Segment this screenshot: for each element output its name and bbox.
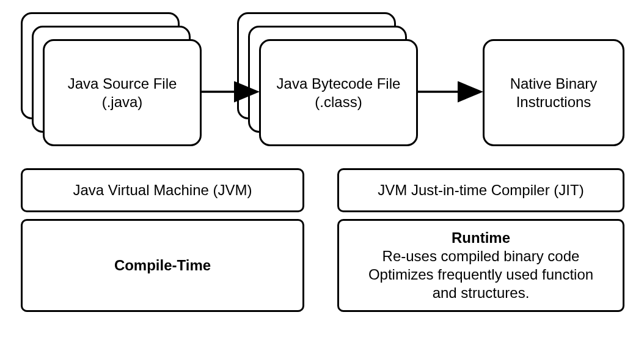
diagram-canvas: Java Source File (.java) Java Bytecode F… xyxy=(0,0,644,345)
bytecode-file-node: Java Bytecode File (.class) xyxy=(259,39,418,146)
native-binary-node: Native Binary Instructions xyxy=(483,39,624,146)
bytecode-file-line1: Java Bytecode File xyxy=(277,75,401,93)
runtime-title: Runtime xyxy=(452,229,510,247)
runtime-line4: and structures. xyxy=(433,284,530,302)
runtime-box: Runtime Re-uses compiled binary code Opt… xyxy=(337,219,624,312)
source-file-line2: (.java) xyxy=(102,93,143,111)
bytecode-file-line2: (.class) xyxy=(315,93,362,111)
compile-time-box: Compile-Time xyxy=(21,219,304,312)
runtime-line2: Re-uses compiled binary code xyxy=(382,247,580,265)
native-binary-line1: Native Binary xyxy=(510,75,598,93)
source-file-node: Java Source File (.java) xyxy=(43,39,202,146)
runtime-line3: Optimizes frequently used function xyxy=(368,265,593,284)
jvm-box: Java Virtual Machine (JVM) xyxy=(21,168,304,212)
source-file-line1: Java Source File xyxy=(68,75,177,93)
jit-box: JVM Just-in-time Compiler (JIT) xyxy=(337,168,624,212)
native-binary-line2: Instructions xyxy=(516,93,591,111)
jvm-label: Java Virtual Machine (JVM) xyxy=(73,181,252,199)
jit-label: JVM Just-in-time Compiler (JIT) xyxy=(378,181,584,199)
compile-time-label: Compile-Time xyxy=(114,256,211,275)
